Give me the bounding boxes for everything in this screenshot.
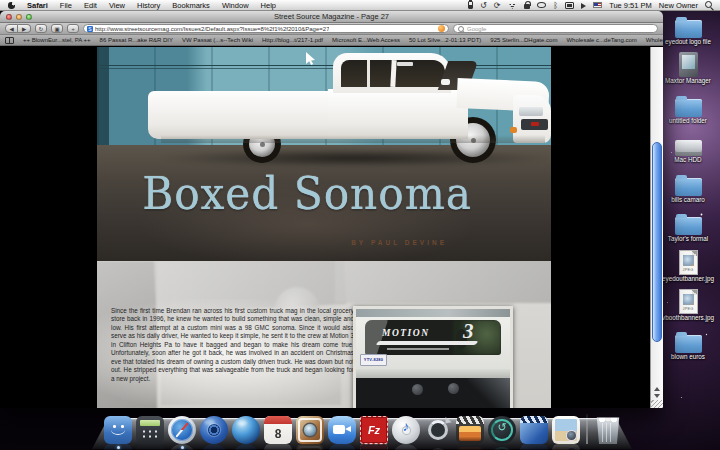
inset-rear-window: MOTION 3 (365, 320, 501, 355)
truck-bed (148, 91, 348, 139)
bookmark-item[interactable]: Microsoft E...Web Access (332, 37, 400, 43)
fast-user-switch-menu[interactable]: New Owner (659, 1, 698, 10)
scroll-up-arrow[interactable] (654, 387, 660, 391)
folder-icon (675, 12, 702, 38)
menu-bookmarks[interactable]: Bookmarks (166, 1, 216, 10)
desktop-icon-mac-hdd[interactable]: Mac HDD (657, 130, 719, 164)
vertical-scrollbar[interactable] (650, 47, 663, 408)
menu-help[interactable]: Help (255, 1, 282, 10)
spotlight-icon[interactable] (705, 1, 713, 9)
folder-icon (675, 327, 702, 353)
reload-button[interactable]: ↻ (35, 24, 47, 33)
iphoto-dock-icon[interactable] (552, 416, 580, 444)
menu-view[interactable]: View (103, 1, 131, 10)
desktop-icon-blown-euros[interactable]: blown euros (657, 327, 719, 361)
battery-menu-icon[interactable] (468, 1, 473, 9)
air-tank (448, 383, 459, 394)
ichat-menu-icon[interactable] (537, 2, 546, 8)
truck-rocker-shadow (161, 135, 545, 143)
final-cut-dock-icon[interactable] (520, 416, 548, 444)
bookmark-item[interactable]: 50 Lot Silve...2-01:13 PDT) (409, 37, 481, 43)
folder-icon (675, 209, 702, 235)
dock-icon-text: Fz (361, 417, 387, 443)
desktop-icon-label: Taylor's formal (668, 236, 708, 243)
desktop-icon-eyedoutbanner-jpg[interactable]: JPEGeyedoutbanner.jpg (657, 249, 719, 283)
inset-truck-cab: MOTION 3 YTV-8280 (356, 317, 510, 369)
web-clip-button[interactable]: ▣ (51, 24, 63, 33)
bookmark-item[interactable]: ++ BlownEur...stel, PA ++ (23, 37, 91, 43)
zoom-button[interactable] (26, 14, 32, 20)
dvd-player-dock-icon[interactable] (200, 416, 228, 444)
safari-dock-icon[interactable] (168, 416, 196, 444)
bookmark-item[interactable]: Http://blog...t/217-1.pdf (262, 37, 323, 43)
filezilla-dock-icon[interactable]: Fz (360, 416, 388, 444)
wifi-menu-icon[interactable] (507, 1, 517, 9)
search-placeholder: Google (467, 26, 486, 32)
menu-file[interactable]: File (54, 1, 78, 10)
forward-button[interactable]: ▶ (18, 24, 31, 33)
folder-icon (675, 170, 702, 196)
desktop-icon-taylor-s-formal[interactable]: Taylor's formal (657, 209, 719, 243)
search-field[interactable]: Google (453, 24, 658, 33)
bookmark-item[interactable]: Wholesale be...Trollbeads (646, 37, 663, 43)
dock-separator (586, 414, 588, 444)
menu-items: SafariFileEditViewHistoryBookmarksWindow… (21, 0, 282, 11)
volume-menu-icon[interactable] (581, 3, 586, 9)
desktop-icon-label: Maxtor Manager (665, 78, 711, 85)
menu-history[interactable]: History (131, 1, 166, 10)
folder-glyph (675, 178, 702, 196)
add-bookmark-button[interactable]: + (67, 24, 79, 33)
finder-dock-icon[interactable] (104, 416, 132, 444)
apple-menu-icon[interactable] (8, 2, 15, 9)
folder-glyph (675, 217, 702, 235)
article-section: Since the first time Brendan ran across … (97, 261, 551, 408)
bookmark-item[interactable]: 925 Sterlin...DHgate.com (490, 37, 557, 43)
bookmark-item[interactable]: 86 Passat R...ake R&R DIY (100, 37, 173, 43)
bookmark-item[interactable]: VW Passat (...s--Tech Wiki (182, 37, 253, 43)
jpeg-icon: JPEG (679, 249, 698, 275)
close-button[interactable] (6, 14, 12, 20)
menu-edit[interactable]: Edit (78, 1, 103, 10)
sync-menu-icon[interactable]: ⟳ (494, 1, 501, 10)
desktop-icon-label: bills camaro (671, 197, 705, 204)
window-titlebar[interactable]: Street Source Magazine - Page 27 (0, 11, 663, 23)
ical-dock-icon[interactable]: 8 (264, 416, 292, 444)
desktop-icon-bills-camaro[interactable]: bills camaro (657, 170, 719, 204)
time-machine-menu-icon[interactable]: ↺ (480, 1, 487, 10)
url-text[interactable]: http://www.streetsourcemag.com/Issues2/D… (95, 26, 329, 32)
resize-grip[interactable] (650, 400, 663, 408)
window-controls (6, 14, 32, 20)
truck-badge (531, 122, 539, 126)
scrollbar-thumb[interactable] (652, 142, 662, 342)
photo-booth-dock-icon[interactable] (296, 416, 324, 444)
desktop-icon-eyedout-logo-file[interactable]: eyedout logo file (657, 12, 719, 46)
show-all-bookmarks-icon[interactable] (5, 37, 14, 44)
menu-clock[interactable]: Tue 9:51 PM (609, 1, 652, 10)
iweb-dock-icon[interactable] (232, 416, 260, 444)
sync-arrows-dock-icon[interactable] (424, 416, 452, 444)
bluetooth-menu-icon[interactable]: ᛒ (553, 1, 558, 10)
jpeg-badge: JPEG (682, 307, 693, 311)
snapback-icon[interactable] (438, 25, 445, 32)
keychain-lock-menu-icon[interactable] (524, 4, 530, 9)
time-machine-dock-icon[interactable] (488, 416, 516, 444)
displays-menu-icon[interactable] (565, 2, 574, 9)
ichat-dock-icon[interactable] (328, 416, 356, 444)
desktop-icon-untitled-folder[interactable]: untitled folder (657, 91, 719, 125)
itunes-dock-icon[interactable] (392, 416, 420, 444)
input-us-flag-menu-icon[interactable] (593, 2, 602, 8)
address-bar[interactable]: S http://www.streetsourcemag.com/Issues2… (83, 24, 449, 33)
imovie-dock-icon[interactable] (456, 416, 484, 444)
back-button[interactable]: ◀ (5, 24, 18, 33)
bookmark-item[interactable]: Wholesale c...deTang.com (566, 37, 636, 43)
minimize-button[interactable] (16, 14, 22, 20)
trash-dock-icon[interactable] (594, 416, 622, 444)
desktop-icon-maxtor-manager[interactable]: Maxtor Manager (657, 51, 719, 85)
menu-safari[interactable]: Safari (21, 1, 54, 10)
desktop-icon-vboothbanners-jpg[interactable]: JPEGvboothbanners.jpg (657, 288, 719, 322)
calculator-dock-icon[interactable] (136, 416, 164, 444)
menu-window[interactable]: Window (216, 1, 255, 10)
app-drive-icon (679, 51, 698, 77)
app-drive-glyph (679, 52, 698, 77)
scroll-down-arrow[interactable] (654, 394, 660, 398)
